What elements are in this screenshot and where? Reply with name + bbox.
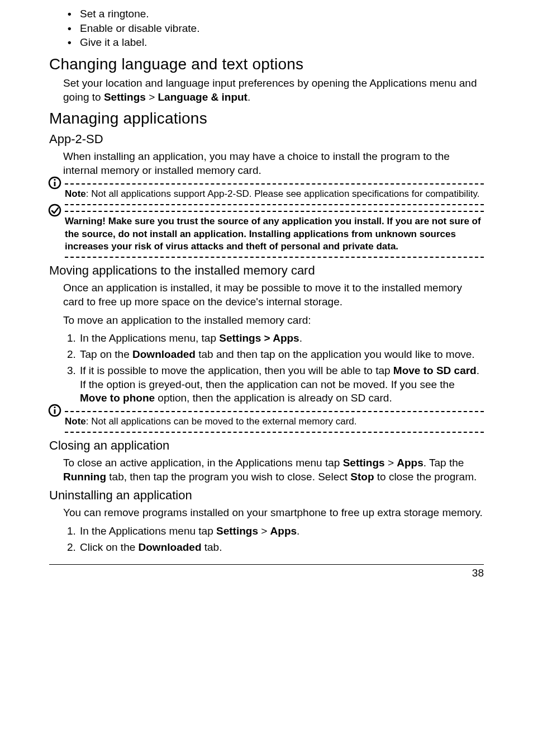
footer-divider — [49, 564, 484, 565]
text: If it is possible to move the applicatio… — [80, 365, 393, 376]
callout-content: Warning! Make sure you trust the source … — [49, 212, 484, 257]
heading-closing-app: Closing an application — [49, 438, 484, 453]
warning-text: Warning! Make sure you trust the source … — [65, 216, 481, 252]
warning-callout: Warning! Make sure you trust the source … — [49, 211, 484, 258]
svg-point-6 — [54, 407, 55, 408]
note-text: : Not all applications support App-2-SD.… — [86, 188, 480, 199]
list-item: Enable or disable vibrate. — [80, 21, 484, 36]
callout-content: Note: Not all applications can be moved … — [49, 412, 484, 432]
text-bold: Move to phone — [80, 392, 155, 404]
move-steps-list: In the Applications menu, tap Settings >… — [63, 332, 484, 405]
text: In the Applications menu tap — [80, 525, 216, 537]
note-callout: Note: Not all applications can be moved … — [49, 411, 484, 433]
divider — [65, 257, 484, 258]
uninstall-steps-list: In the Applications menu tap Settings > … — [63, 525, 484, 554]
text: . — [299, 332, 302, 344]
page-number: 38 — [49, 567, 484, 579]
text: To close an active application, in the A… — [63, 457, 343, 469]
text: . — [297, 525, 299, 537]
svg-rect-5 — [54, 409, 56, 414]
text: tab. — [202, 541, 222, 553]
paragraph-moving1: Once an application is installed, it may… — [63, 281, 484, 309]
info-icon — [48, 404, 61, 417]
heading-app2sd: App-2-SD — [49, 132, 484, 147]
list-item: Click on the Downloaded tab. — [79, 541, 484, 555]
text: > — [146, 91, 158, 103]
note-callout: Note: Not all applications support App-2… — [49, 183, 484, 205]
paragraph-closing: To close an active application, in the A… — [63, 456, 484, 484]
divider — [65, 432, 484, 433]
note-label: Note — [65, 188, 86, 199]
note-label: Note — [65, 416, 86, 427]
text: tab, then tap the program you wish to cl… — [106, 471, 350, 483]
text-bold: Settings — [343, 457, 385, 469]
page: Set a ringtone. Enable or disable vibrat… — [0, 0, 533, 756]
text: > — [258, 525, 270, 537]
svg-point-2 — [54, 179, 55, 181]
divider — [65, 204, 484, 205]
paragraph-uninstall: You can remove programs installed on you… — [63, 506, 484, 520]
warning-icon — [48, 204, 61, 217]
text-bold: Apps — [270, 525, 297, 537]
text: . Tap the — [423, 457, 464, 469]
text-bold: Stop — [350, 471, 374, 483]
heading-language-options: Changing language and text options — [49, 55, 484, 73]
heading-managing-apps: Managing applications — [49, 110, 484, 127]
text-bold: Running — [63, 471, 106, 483]
heading-uninstall-app: Uninstalling an application — [49, 488, 484, 503]
text: option, then the application is already … — [155, 392, 392, 404]
text-bold: Apps — [397, 457, 423, 469]
callout-content: Note: Not all applications support App-2… — [49, 185, 484, 204]
list-item: Set a ringtone. — [80, 7, 484, 21]
text: Click on the — [80, 541, 139, 553]
heading-moving-apps: Moving applications to the installed mem… — [49, 263, 484, 278]
info-icon — [48, 176, 61, 190]
text-bold: Settings — [216, 525, 258, 537]
list-item: If it is possible to move the applicatio… — [79, 364, 484, 405]
text: tab and then tap on the application you … — [196, 348, 475, 360]
text-bold: Downloaded — [132, 348, 196, 360]
text-bold: Settings > Apps — [219, 332, 299, 344]
list-item: In the Applications menu, tap Settings >… — [79, 332, 484, 346]
list-item: Tap on the Downloaded tab and then tap o… — [79, 348, 484, 362]
text: Tap on the — [80, 348, 132, 360]
text-bold: Move to SD card — [393, 365, 477, 376]
text-bold: Settings — [104, 91, 146, 103]
text: to close the program. — [374, 471, 477, 483]
note-text: : Not all applications can be moved to t… — [86, 416, 357, 427]
list-item: Give it a label. — [80, 35, 484, 50]
text-bold: Downloaded — [139, 541, 202, 553]
text-bold: Language & input — [158, 91, 248, 103]
intro-bullet-list: Set a ringtone. Enable or disable vibrat… — [49, 7, 484, 50]
text: . — [248, 91, 250, 103]
list-item: In the Applications menu tap Settings > … — [79, 525, 484, 538]
paragraph-language: Set your location and language input pre… — [63, 77, 484, 104]
paragraph-app2sd: When installing an application, you may … — [63, 150, 484, 177]
svg-point-3 — [49, 205, 60, 216]
text: In the Applications menu, tap — [80, 332, 219, 344]
text: > — [385, 457, 397, 469]
svg-rect-1 — [54, 182, 56, 186]
paragraph-moving2: To move an application to the installed … — [63, 314, 484, 328]
